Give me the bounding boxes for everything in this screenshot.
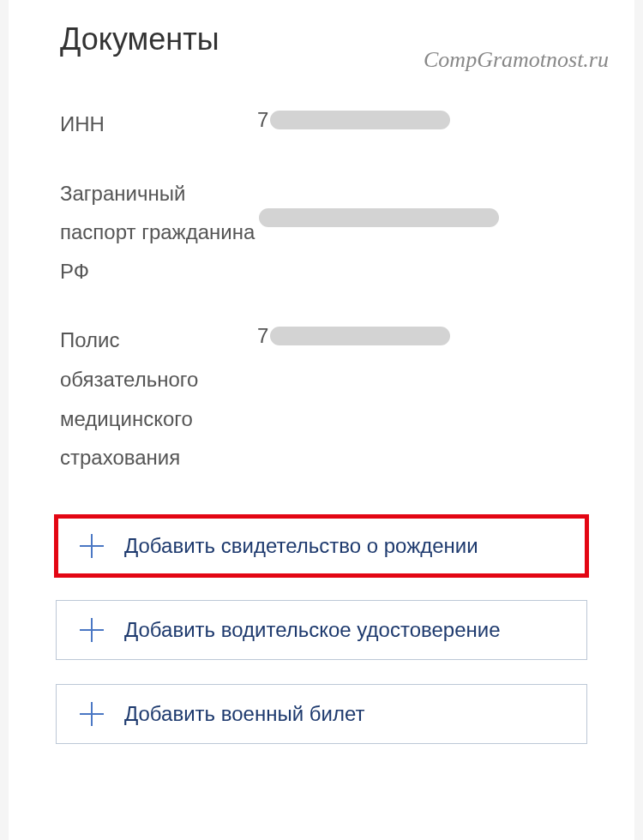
document-row-inn: ИНН 7 [60,105,587,144]
document-value: 7 [257,321,587,348]
document-row-passport: Заграничный паспорт гражданина РФ [60,174,587,291]
plus-icon [78,532,105,560]
document-label: Полис обязательного медицинского страхов… [60,321,257,477]
add-driver-license-button[interactable]: Добавить водительское удостоверение [56,600,587,660]
redacted-value [270,327,450,345]
button-label: Добавить водительское удостоверение [124,618,501,642]
documents-list: ИНН 7 Заграничный паспорт гражданина РФ … [9,57,634,477]
add-military-id-button[interactable]: Добавить военный билет [56,684,587,744]
value-prefix: 7 [257,324,268,348]
document-value [257,174,587,227]
value-prefix: 7 [257,108,268,132]
add-birth-certificate-button[interactable]: Добавить свидетельство о рождении [56,516,587,576]
document-value: 7 [257,105,587,132]
document-label: ИНН [60,105,257,144]
document-row-oms: Полис обязательного медицинского страхов… [60,321,587,477]
button-label: Добавить свидетельство о рождении [124,534,478,558]
watermark-text: CompGramotnost.ru [424,47,609,73]
redacted-value [270,111,450,129]
plus-icon [78,700,105,728]
plus-icon [78,616,105,644]
add-buttons-section: Добавить свидетельство о рождении Добави… [9,507,634,744]
documents-panel: Документы CompGramotnost.ru ИНН 7 Загран… [9,0,634,840]
redacted-value [259,208,499,227]
button-label: Добавить военный билет [124,702,364,726]
document-label: Заграничный паспорт гражданина РФ [60,174,257,291]
